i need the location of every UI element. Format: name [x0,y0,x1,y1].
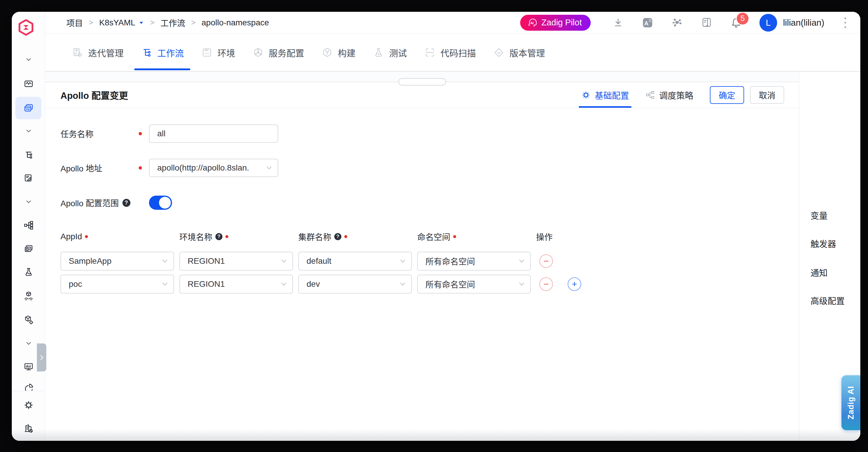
sidebar-item-data-view[interactable] [23,383,34,391]
tab-service-config[interactable]: 服务配置 [252,34,304,71]
tab-workflows[interactable]: 工作流 [141,34,184,71]
tab-builds[interactable]: 构建 [321,34,355,71]
zadig-logo-icon[interactable] [17,19,35,36]
topbar: 项目 > K8sYAML > 工作流 > apollo-namespace [45,12,860,34]
remove-row-button[interactable]: − [539,277,553,291]
grid-row: SampleApp REGION1 default [60,252,595,271]
sidebar-collapse-chevron-icon[interactable] [23,54,34,65]
graph-icon[interactable] [671,17,683,29]
docs-icon[interactable] [701,17,713,29]
sidebar-expand-handle[interactable] [37,343,46,371]
tab-releases[interactable]: 版本管理 [493,34,545,71]
sidebar-item-environments[interactable] [23,244,34,254]
column-cluster-name: 集群名称 ? [298,231,412,243]
tab-tests[interactable]: 测试 [373,34,407,71]
column-label: 集群名称 [298,231,331,243]
required-dot [139,132,142,135]
notifications-button[interactable]: 5 [730,17,742,29]
add-row-button[interactable]: + [568,277,581,291]
appid-select[interactable]: poc [60,275,174,294]
rail-item-advanced-config[interactable]: 高级配置 [810,294,845,304]
sidebar-item-integration[interactable] [23,220,34,231]
breadcrumb-workflows[interactable]: 工作流 [160,17,185,29]
user-menu[interactable]: L lilian(lilian) [760,14,824,32]
rail-item-notifications[interactable]: 通知 [810,266,828,276]
workspace: Apollo 配置变更 基础配置 [45,72,860,441]
namespace-select[interactable]: 所有命名空间 [417,275,531,294]
project-nav-tabs: 迭代管理 工作流 </> [45,34,860,72]
tab-iteration[interactable]: 迭代管理 [72,34,124,71]
task-name-input[interactable]: all [149,124,278,143]
sidebar-item-enterprise[interactable] [23,423,34,434]
sidebar-item-projects[interactable]: PM [23,103,34,113]
svg-text:AI: AI [530,21,533,25]
zadig-ai-tab-label: Zadig AI [846,386,856,420]
sidebar-item-workflows[interactable] [23,150,34,160]
help-icon[interactable]: ? [334,233,341,240]
env-select[interactable]: REGION1 [179,275,293,294]
apollo-address-select[interactable]: apollo(http://apollo.8slan. [149,159,278,177]
tab-environments[interactable]: </> 环境 [201,34,235,71]
cluster-select[interactable]: dev [298,275,412,294]
chevron-down-icon [518,280,525,288]
app-window: PM [12,12,860,441]
tab-basic-config[interactable]: 基础配置 [581,82,629,108]
confirm-button[interactable]: 确定 [710,86,744,104]
workflow-canvas: Apollo 配置变更 基础配置 [45,72,799,441]
breadcrumb-separator: > [89,18,93,27]
build-icon [321,47,333,58]
tab-label: 代码扫描 [440,46,476,59]
sidebar-item-artifacts[interactable] [23,314,34,325]
zadig-ai-tab[interactable]: Zadig AI [841,375,860,430]
remove-row-button[interactable]: − [539,254,553,268]
grid-header: AppId 环境名称 ? 集群名称 ? [60,231,595,243]
breadcrumb-project-selector[interactable]: K8sYAML [99,18,144,27]
breadcrumb-projects[interactable]: 项目 [66,17,83,29]
avatar: L [760,14,777,32]
appid-select[interactable]: SampleApp [60,252,174,271]
sidebar-collapse-chevron-icon[interactable] [23,126,34,136]
zadig-pilot-button[interactable]: AI Zadig Pilot [520,15,591,31]
cancel-button[interactable]: 取消 [750,86,784,104]
iteration-icon [72,47,84,58]
namespace-select[interactable]: 所有命名空间 [417,252,531,271]
sidebar-item-insights[interactable] [23,361,34,372]
help-icon[interactable]: ? [122,199,130,207]
sidebar-section-divider [12,391,45,391]
help-icon[interactable]: ? [215,233,222,240]
select-value: REGION1 [188,257,225,266]
rail-item-triggers[interactable]: 触发器 [810,237,836,247]
column-label: 命名空间 [417,231,450,243]
sidebar-item-dashboard[interactable] [23,79,34,89]
env-select[interactable]: REGION1 [179,252,293,271]
rail-item-variables[interactable]: 变量 [810,209,828,219]
breadcrumb-separator: > [150,18,155,27]
sidebar-item-settings[interactable] [23,400,34,411]
column-label: AppId [60,232,82,241]
sidebar-item-testing[interactable] [23,267,34,277]
select-value: REGION1 [188,279,225,289]
svg-text:文: 文 [649,18,652,22]
sidebar-item-delivery[interactable] [23,291,34,301]
download-icon[interactable] [612,17,624,29]
tab-schedule-policy[interactable]: 调度策略 [646,82,693,108]
tab-label: 基础配置 [595,89,629,101]
topbar-actions: AI Zadig Pilot A 文 [520,14,860,32]
username: lilian(lilian) [783,18,824,28]
caret-down-icon [138,20,144,25]
sidebar-item-release-plan[interactable] [23,173,34,183]
sidebar-collapse-chevron-icon[interactable] [23,338,34,349]
kebab-menu-icon[interactable] [841,16,849,30]
svg-text:</>: </> [205,51,209,55]
sidebar-collapse-chevron-icon[interactable] [23,197,34,207]
chevron-down-icon [265,164,273,172]
chevron-down-icon [399,280,407,288]
breadcrumb-current: apollo-namespace [202,18,269,27]
tab-code-scan[interactable]: 代码扫描 [424,34,476,71]
form-row-apollo-address: Apollo 地址 apollo(http://apollo.8slan. [60,159,787,177]
panel-drag-handle[interactable] [398,78,446,86]
cluster-select[interactable]: default [298,252,412,271]
select-value: 所有命名空间 [426,278,475,290]
apollo-scope-toggle[interactable] [149,195,172,210]
translate-icon[interactable]: A 文 [642,17,654,29]
